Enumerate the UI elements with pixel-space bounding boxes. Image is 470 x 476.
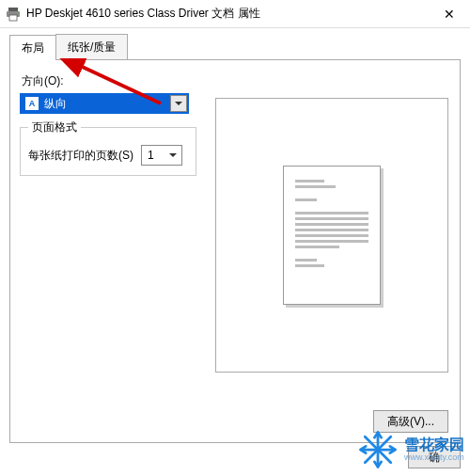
orientation-combobox[interactable]: A 纵向	[20, 93, 189, 114]
orientation-label: 方向(O):	[22, 73, 196, 89]
tab-panel-layout: 方向(O): A 纵向 页面格式 每张纸打印的页数(S) 1	[9, 59, 461, 443]
client-area: 布局 纸张/质量 方向(O): A 纵向 页面格式 每张纸打印的页数(S)	[0, 28, 470, 476]
close-icon: ✕	[444, 7, 455, 22]
right-column	[215, 70, 450, 373]
left-column: 方向(O): A 纵向 页面格式 每张纸打印的页数(S) 1	[20, 70, 196, 176]
chevron-down-icon	[169, 151, 177, 159]
snowflake-icon	[357, 429, 399, 470]
printer-icon	[6, 7, 21, 22]
tab-layout[interactable]: 布局	[9, 35, 56, 60]
page-format-legend: 页面格式	[28, 119, 81, 135]
chevron-down-icon	[175, 100, 182, 107]
tab-layout-label: 布局	[22, 41, 44, 55]
svg-rect-0	[8, 8, 18, 11]
svg-point-3	[17, 12, 19, 14]
orientation-selected: A 纵向	[22, 95, 170, 112]
watermark-url: www.xhjaty.com	[404, 453, 464, 463]
tab-paper-quality[interactable]: 纸张/质量	[55, 34, 128, 59]
window-title: HP Deskjet 4610 series Class Driver 文档 属…	[26, 6, 429, 22]
pages-per-sheet-value: 1	[148, 149, 154, 162]
tab-paper-quality-label: 纸张/质量	[68, 40, 116, 54]
print-preview	[215, 98, 448, 373]
pages-per-sheet-dropdown-button[interactable]	[166, 149, 180, 162]
svg-rect-2	[9, 15, 17, 21]
preview-page-icon	[283, 166, 381, 305]
pages-per-sheet-label: 每张纸打印的页数(S)	[28, 148, 133, 164]
close-button[interactable]: ✕	[429, 0, 470, 28]
orientation-dropdown-button[interactable]	[170, 95, 187, 112]
title-bar: HP Deskjet 4610 series Class Driver 文档 属…	[0, 0, 470, 28]
tab-strip: 布局 纸张/质量	[9, 34, 461, 59]
portrait-icon: A	[25, 97, 39, 110]
page-format-group: 页面格式 每张纸打印的页数(S) 1	[20, 127, 196, 176]
watermark-brand: 雪花家园	[404, 436, 464, 453]
watermark: 雪花家园 www.xhjaty.com	[357, 429, 464, 470]
pages-per-sheet-combobox[interactable]: 1	[141, 145, 182, 166]
orientation-value: 纵向	[44, 96, 67, 112]
